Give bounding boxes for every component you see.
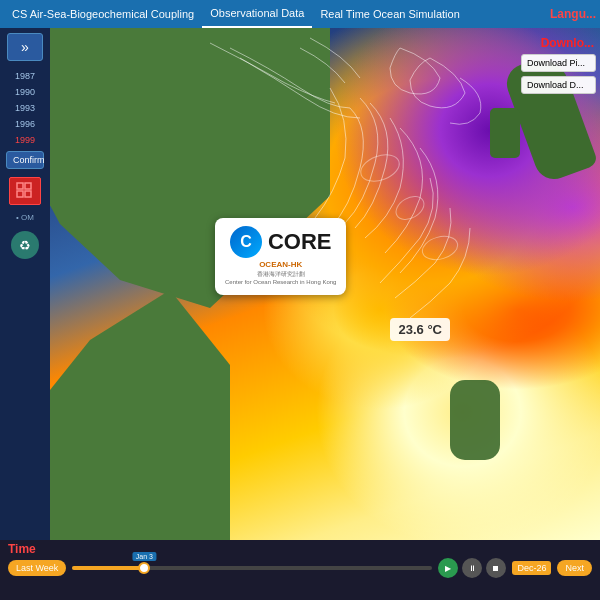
time-label: Time <box>8 542 592 556</box>
play-controls: ▶ ⏸ ⏹ <box>438 558 506 578</box>
confirm-button[interactable]: Confirm <box>6 151 44 169</box>
svg-rect-3 <box>25 191 31 197</box>
core-title-text: CORE <box>268 229 332 255</box>
land-se-asia <box>50 290 230 540</box>
map-container[interactable]: C CORE OCEAN-HK 香港海洋研究計劃Center for Ocean… <box>50 28 600 540</box>
time-controls: Last Week Jan 3 ▶ ⏸ ⏹ Dec-26 Next <box>8 558 592 578</box>
download-data-button[interactable]: Download D... <box>521 76 596 94</box>
core-c-icon: C <box>230 226 262 258</box>
time-bar: Time Last Week Jan 3 ▶ ⏸ ⏹ Dec-26 Next <box>0 540 600 600</box>
grid-icon <box>16 182 34 200</box>
svg-text:♻: ♻ <box>19 238 31 253</box>
nav-item-realtime[interactable]: Real Time Ocean Simulation <box>312 0 467 28</box>
year-list: 1987 1990 1993 1996 1999 <box>0 69 50 147</box>
recycle-button[interactable]: ♻ <box>11 231 39 259</box>
land-korea <box>490 108 520 158</box>
play-button[interactable]: ▶ <box>438 558 458 578</box>
svg-point-5 <box>357 150 403 186</box>
grid-toggle-button[interactable] <box>9 177 41 205</box>
nav-item-observational[interactable]: Observational Data <box>202 0 312 28</box>
svg-rect-1 <box>25 183 31 189</box>
time-slider-fill <box>72 566 144 570</box>
download-png-button[interactable]: Download Pi... <box>521 54 596 72</box>
core-c-letter: C <box>240 233 252 251</box>
download-section-label: Downlo... <box>541 36 596 50</box>
svg-point-6 <box>392 192 428 224</box>
core-logo: C CORE OCEAN-HK 香港海洋研究計劃Center for Ocean… <box>215 218 346 295</box>
sidebar-toggle-button[interactable]: » <box>7 33 43 61</box>
core-subtitle: 香港海洋研究計劃Center for Ocean Research in Hon… <box>225 271 336 287</box>
time-slider-thumb[interactable] <box>138 562 150 574</box>
year-item-1993[interactable]: 1993 <box>0 101 50 115</box>
svg-rect-0 <box>17 183 23 189</box>
language-button[interactable]: Langu... <box>550 7 596 21</box>
svg-point-7 <box>420 233 460 264</box>
ocean-hk-badge: OCEAN-HK <box>259 260 302 269</box>
year-item-1990[interactable]: 1990 <box>0 85 50 99</box>
time-slider-container: Jan 3 <box>72 558 432 578</box>
stop-button[interactable]: ⏹ <box>486 558 506 578</box>
svg-rect-2 <box>17 191 23 197</box>
last-week-button[interactable]: Last Week <box>8 560 66 576</box>
temperature-tooltip: 23.6 °C <box>390 318 450 341</box>
chevron-right-icon: » <box>21 39 29 55</box>
right-panel: Downlo... Download Pi... Download D... <box>520 28 600 102</box>
navigation-bar: CS Air-Sea-Biogeochemical Coupling Obser… <box>0 0 600 28</box>
recycle-icon: ♻ <box>17 237 33 253</box>
year-item-1987[interactable]: 1987 <box>0 69 50 83</box>
core-logo-top: C CORE <box>230 226 332 258</box>
land-philippines <box>450 380 500 460</box>
nav-item-cs[interactable]: CS Air-Sea-Biogeochemical Coupling <box>4 0 202 28</box>
sidebar: » 1987 1990 1993 1996 1999 Confirm • OM … <box>0 28 50 540</box>
time-slider-track[interactable]: Jan 3 <box>72 566 432 570</box>
date-badge: Dec-26 <box>512 561 551 575</box>
pause-button[interactable]: ⏸ <box>462 558 482 578</box>
legend-om-label: • OM <box>3 213 47 223</box>
year-item-1996[interactable]: 1996 <box>0 117 50 131</box>
next-button[interactable]: Next <box>557 560 592 576</box>
year-item-1999[interactable]: 1999 <box>0 133 50 147</box>
time-date-marker: Jan 3 <box>133 552 156 561</box>
